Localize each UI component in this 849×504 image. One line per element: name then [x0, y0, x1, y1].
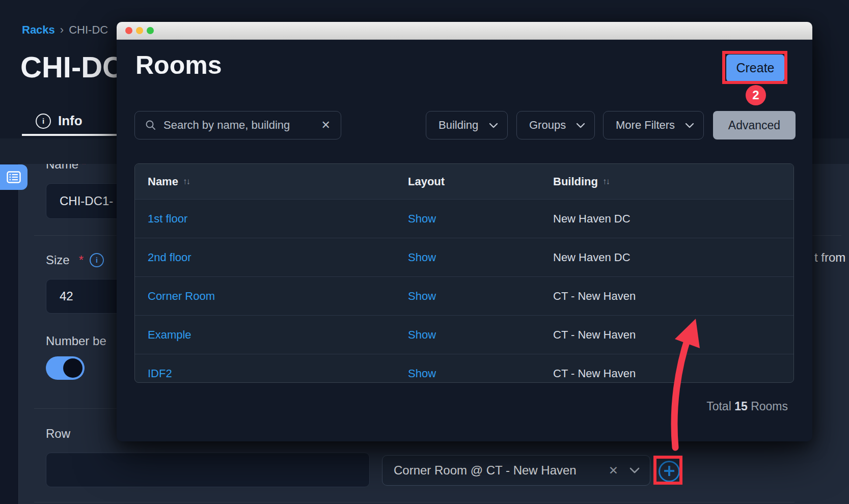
list-icon	[7, 171, 21, 183]
page-title: CHI-DC	[20, 50, 124, 84]
minimize-window-button[interactable]	[136, 27, 143, 34]
building-cell: New Haven DC	[553, 200, 631, 238]
numbering-field-label: Number be	[46, 334, 106, 348]
breadcrumb: Racks›CHI-DC	[22, 23, 108, 37]
occluded-label-fragment: t from	[814, 250, 845, 265]
building-cell: CT - New Haven	[553, 277, 636, 315]
breadcrumb-current: CHI-DC	[69, 23, 108, 36]
row-input[interactable]	[46, 453, 370, 487]
layout-show-link[interactable]: Show	[408, 251, 436, 264]
add-room-button[interactable]	[659, 461, 680, 482]
chevron-down-icon	[576, 123, 585, 128]
rooms-table: Name↑↓ Layout Building↑↓ 1st floor Show …	[134, 163, 794, 383]
toggle-knob	[63, 358, 83, 378]
table-row: 1st floor Show New Haven DC	[135, 199, 793, 238]
chevron-down-icon[interactable]	[629, 467, 640, 473]
create-button[interactable]: Create	[726, 54, 784, 81]
info-icon: i	[36, 114, 51, 129]
table-row: Corner Room Show CT - New Haven	[135, 276, 793, 315]
clear-search-icon[interactable]: ✕	[321, 119, 331, 132]
table-header-row: Name↑↓ Layout Building↑↓	[135, 164, 793, 199]
layout-show-link[interactable]: Show	[408, 367, 436, 380]
numbering-toggle[interactable]	[46, 356, 85, 380]
building-cell: New Haven DC	[553, 238, 631, 276]
size-field-label: Size* i	[46, 253, 104, 267]
room-name-link[interactable]: Corner Room	[148, 290, 215, 303]
table-row: 2nd floor Show New Haven DC	[135, 238, 793, 276]
filter-groups[interactable]: Groups	[516, 111, 595, 139]
maximize-window-button[interactable]	[147, 27, 154, 34]
sort-icon: ↑↓	[602, 177, 609, 187]
gutter-divider	[18, 138, 19, 504]
active-tab-underline	[22, 134, 132, 136]
search-placeholder: Search by name, building	[163, 119, 321, 132]
layout-show-link[interactable]: Show	[408, 290, 436, 303]
building-cell: CT - New Haven	[553, 354, 636, 383]
size-info-icon[interactable]: i	[90, 253, 104, 267]
tab-info-label: Info	[58, 113, 83, 129]
room-name-link[interactable]: IDF2	[148, 367, 172, 380]
column-header-name[interactable]: Name↑↓	[148, 164, 189, 199]
room-name-link[interactable]: 2nd floor	[148, 251, 191, 264]
column-header-layout: Layout	[408, 164, 445, 199]
table-total: Total 15 Rooms	[706, 399, 788, 414]
room-select-value: Corner Room @ CT - New Haven	[394, 463, 609, 478]
room-name-link[interactable]: Example	[148, 328, 191, 342]
room-select[interactable]: Corner Room @ CT - New Haven ✕	[382, 455, 650, 486]
column-header-building[interactable]: Building↑↓	[553, 164, 609, 199]
total-count: 15	[734, 400, 748, 413]
sidebar-drawer-button[interactable]	[0, 164, 28, 190]
left-gutter	[0, 138, 18, 504]
clear-icon[interactable]: ✕	[609, 464, 618, 478]
chevron-down-icon	[489, 123, 498, 128]
app-root: Racks›CHI-DC CHI-DC i Info Name* CHI-DC1…	[0, 0, 849, 504]
table-row: IDF2 Show CT - New Haven	[135, 354, 793, 383]
rooms-modal: Rooms Create Search by name, building ✕ …	[117, 22, 812, 441]
layout-show-link[interactable]: Show	[408, 328, 436, 342]
building-cell: CT - New Haven	[553, 316, 636, 354]
search-input[interactable]: Search by name, building ✕	[134, 111, 341, 139]
room-name-link[interactable]: 1st floor	[148, 212, 187, 226]
section-divider	[34, 502, 795, 502]
modal-title: Rooms	[135, 50, 222, 80]
sort-icon: ↑↓	[183, 177, 189, 187]
table-row: Example Show CT - New Haven	[135, 315, 793, 354]
search-icon	[145, 120, 156, 131]
required-asterisk: *	[79, 253, 84, 267]
breadcrumb-racks-link[interactable]: Racks	[22, 23, 55, 36]
chevron-down-icon	[685, 123, 694, 128]
row-field-label: Row	[46, 427, 70, 441]
close-window-button[interactable]	[125, 27, 132, 34]
layout-show-link[interactable]: Show	[408, 212, 436, 226]
tab-info[interactable]: i Info	[36, 113, 83, 129]
filter-building[interactable]: Building	[426, 111, 508, 139]
advanced-button[interactable]: Advanced	[713, 111, 796, 139]
filter-more-filters[interactable]: More Filters	[603, 111, 704, 139]
breadcrumb-separator: ›	[60, 23, 64, 36]
modal-titlebar	[117, 22, 812, 40]
